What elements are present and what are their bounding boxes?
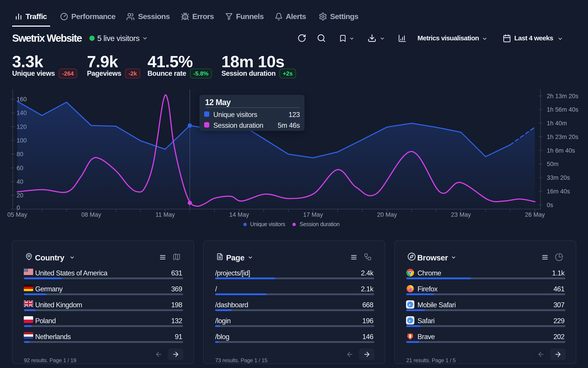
svg-text:0s: 0s <box>547 202 553 208</box>
svg-text:1h 23m 20s: 1h 23m 20s <box>547 134 578 140</box>
svg-text:16m 40s: 16m 40s <box>547 188 570 195</box>
svg-text:14 May: 14 May <box>229 211 249 218</box>
svg-text:1h 40m: 1h 40m <box>547 120 567 127</box>
svg-text:20 May: 20 May <box>377 211 397 218</box>
svg-text:33m 20s: 33m 20s <box>547 174 570 181</box>
svg-text:11 May: 11 May <box>155 211 175 218</box>
svg-text:50m: 50m <box>547 161 559 167</box>
svg-text:08 May: 08 May <box>81 211 101 218</box>
svg-text:26 May: 26 May <box>525 211 545 218</box>
svg-text:2h 13m 20s: 2h 13m 20s <box>547 93 578 100</box>
svg-text:1h 56m 40s: 1h 56m 40s <box>547 106 578 113</box>
svg-text:05 May: 05 May <box>7 211 27 218</box>
svg-text:1h 6m 40s: 1h 6m 40s <box>547 147 575 154</box>
svg-text:23 May: 23 May <box>451 211 471 218</box>
svg-text:17 May: 17 May <box>303 211 323 218</box>
